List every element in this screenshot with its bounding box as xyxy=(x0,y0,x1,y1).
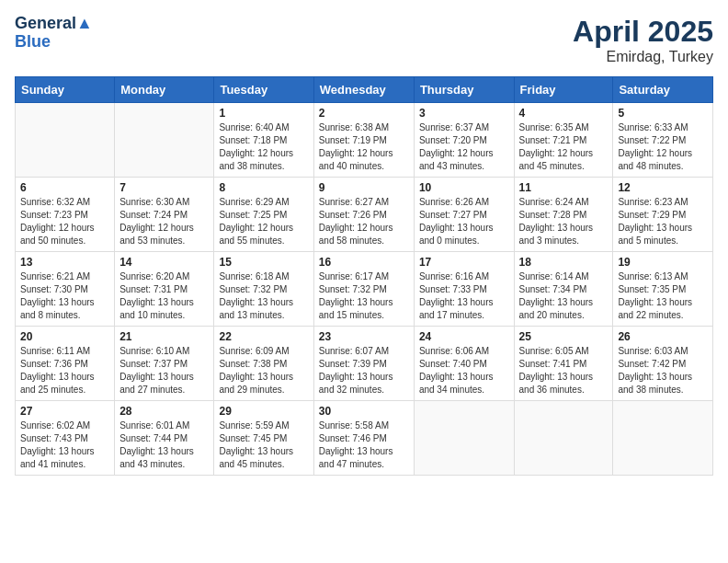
day-info: Sunrise: 6:06 AM Sunset: 7:40 PM Dayligh… xyxy=(419,345,509,396)
day-info: Sunrise: 6:05 AM Sunset: 7:41 PM Dayligh… xyxy=(519,345,609,396)
day-cell: 17Sunrise: 6:16 AM Sunset: 7:33 PM Dayli… xyxy=(414,252,514,327)
day-info: Sunrise: 6:13 AM Sunset: 7:35 PM Dayligh… xyxy=(618,270,708,322)
weekday-header-friday: Friday xyxy=(514,77,613,103)
day-number: 19 xyxy=(618,256,708,269)
day-number: 22 xyxy=(219,330,308,343)
day-cell: 16Sunrise: 6:17 AM Sunset: 7:32 PM Dayli… xyxy=(313,252,414,327)
day-number: 15 xyxy=(219,256,308,269)
day-info: Sunrise: 5:59 AM Sunset: 7:45 PM Dayligh… xyxy=(219,419,308,471)
day-info: Sunrise: 6:18 AM Sunset: 7:32 PM Dayligh… xyxy=(219,270,308,322)
day-cell: 30Sunrise: 5:58 AM Sunset: 7:46 PM Dayli… xyxy=(313,401,414,476)
weekday-header-wednesday: Wednesday xyxy=(313,77,414,103)
day-cell: 22Sunrise: 6:09 AM Sunset: 7:38 PM Dayli… xyxy=(214,327,313,401)
day-info: Sunrise: 5:58 AM Sunset: 7:46 PM Dayligh… xyxy=(319,419,409,471)
day-cell: 3Sunrise: 6:37 AM Sunset: 7:20 PM Daylig… xyxy=(414,103,514,178)
week-row-5: 27Sunrise: 6:02 AM Sunset: 7:43 PM Dayli… xyxy=(16,401,713,476)
day-cell: 4Sunrise: 6:35 AM Sunset: 7:21 PM Daylig… xyxy=(514,103,613,178)
day-info: Sunrise: 6:02 AM Sunset: 7:43 PM Dayligh… xyxy=(20,419,109,471)
day-number: 10 xyxy=(419,181,509,194)
day-cell: 23Sunrise: 6:07 AM Sunset: 7:39 PM Dayli… xyxy=(313,327,414,401)
day-cell xyxy=(414,401,514,476)
day-cell: 14Sunrise: 6:20 AM Sunset: 7:31 PM Dayli… xyxy=(115,252,214,327)
day-number: 13 xyxy=(20,256,109,269)
day-info: Sunrise: 6:40 AM Sunset: 7:18 PM Dayligh… xyxy=(219,121,308,173)
day-info: Sunrise: 6:35 AM Sunset: 7:21 PM Dayligh… xyxy=(519,121,609,173)
day-cell: 28Sunrise: 6:01 AM Sunset: 7:44 PM Dayli… xyxy=(115,401,214,476)
day-cell: 9Sunrise: 6:27 AM Sunset: 7:26 PM Daylig… xyxy=(313,178,414,252)
day-number: 1 xyxy=(219,107,308,120)
day-info: Sunrise: 6:03 AM Sunset: 7:42 PM Dayligh… xyxy=(618,345,708,396)
day-number: 4 xyxy=(519,107,609,120)
day-cell: 19Sunrise: 6:13 AM Sunset: 7:35 PM Dayli… xyxy=(613,252,713,327)
day-cell: 15Sunrise: 6:18 AM Sunset: 7:32 PM Dayli… xyxy=(214,252,313,327)
day-number: 17 xyxy=(419,256,509,269)
week-row-1: 1Sunrise: 6:40 AM Sunset: 7:18 PM Daylig… xyxy=(16,103,713,178)
day-info: Sunrise: 6:38 AM Sunset: 7:19 PM Dayligh… xyxy=(319,121,409,173)
day-info: Sunrise: 6:37 AM Sunset: 7:20 PM Dayligh… xyxy=(419,121,509,173)
day-info: Sunrise: 6:11 AM Sunset: 7:36 PM Dayligh… xyxy=(20,345,109,396)
day-cell: 6Sunrise: 6:32 AM Sunset: 7:23 PM Daylig… xyxy=(16,178,115,252)
day-info: Sunrise: 6:20 AM Sunset: 7:31 PM Dayligh… xyxy=(119,270,209,322)
day-cell xyxy=(115,103,214,178)
day-info: Sunrise: 6:26 AM Sunset: 7:27 PM Dayligh… xyxy=(419,196,509,247)
day-number: 8 xyxy=(219,181,308,194)
day-info: Sunrise: 6:24 AM Sunset: 7:28 PM Dayligh… xyxy=(519,196,609,247)
day-cell: 20Sunrise: 6:11 AM Sunset: 7:36 PM Dayli… xyxy=(16,327,115,401)
day-cell: 11Sunrise: 6:24 AM Sunset: 7:28 PM Dayli… xyxy=(514,178,613,252)
day-info: Sunrise: 6:14 AM Sunset: 7:34 PM Dayligh… xyxy=(519,270,609,322)
day-number: 29 xyxy=(219,405,308,418)
day-info: Sunrise: 6:33 AM Sunset: 7:22 PM Dayligh… xyxy=(618,121,708,173)
day-number: 9 xyxy=(319,181,409,194)
day-info: Sunrise: 6:32 AM Sunset: 7:23 PM Dayligh… xyxy=(20,196,109,247)
day-number: 3 xyxy=(419,107,509,120)
day-number: 28 xyxy=(119,405,209,418)
day-number: 20 xyxy=(20,330,109,343)
weekday-header-tuesday: Tuesday xyxy=(214,77,313,103)
day-number: 21 xyxy=(119,330,209,343)
day-number: 24 xyxy=(419,330,509,343)
day-cell: 12Sunrise: 6:23 AM Sunset: 7:29 PM Dayli… xyxy=(613,178,713,252)
location: Emirdag, Turkey xyxy=(573,49,713,65)
day-cell xyxy=(16,103,115,178)
title-block: April 2025 Emirdag, Turkey xyxy=(573,15,713,65)
day-number: 30 xyxy=(319,405,409,418)
day-cell: 24Sunrise: 6:06 AM Sunset: 7:40 PM Dayli… xyxy=(414,327,514,401)
day-number: 18 xyxy=(519,256,609,269)
day-cell: 25Sunrise: 6:05 AM Sunset: 7:41 PM Dayli… xyxy=(514,327,613,401)
day-info: Sunrise: 6:10 AM Sunset: 7:37 PM Dayligh… xyxy=(119,345,209,396)
day-cell xyxy=(514,401,613,476)
day-number: 26 xyxy=(618,330,708,343)
weekday-header-saturday: Saturday xyxy=(613,77,713,103)
week-row-2: 6Sunrise: 6:32 AM Sunset: 7:23 PM Daylig… xyxy=(16,178,713,252)
day-info: Sunrise: 6:23 AM Sunset: 7:29 PM Dayligh… xyxy=(618,196,708,247)
weekday-header-thursday: Thursday xyxy=(414,77,514,103)
page-header: General▲ Blue April 2025 Emirdag, Turkey xyxy=(15,15,713,65)
weekday-header-row: SundayMondayTuesdayWednesdayThursdayFrid… xyxy=(16,77,713,103)
day-number: 11 xyxy=(519,181,609,194)
day-number: 2 xyxy=(319,107,409,120)
day-info: Sunrise: 6:07 AM Sunset: 7:39 PM Dayligh… xyxy=(319,345,409,396)
weekday-header-monday: Monday xyxy=(115,77,214,103)
day-number: 7 xyxy=(119,181,209,194)
day-number: 12 xyxy=(618,181,708,194)
week-row-3: 13Sunrise: 6:21 AM Sunset: 7:30 PM Dayli… xyxy=(16,252,713,327)
day-info: Sunrise: 6:17 AM Sunset: 7:32 PM Dayligh… xyxy=(319,270,409,322)
logo: General▲ Blue xyxy=(15,15,93,52)
day-cell xyxy=(613,401,713,476)
week-row-4: 20Sunrise: 6:11 AM Sunset: 7:36 PM Dayli… xyxy=(16,327,713,401)
day-cell: 10Sunrise: 6:26 AM Sunset: 7:27 PM Dayli… xyxy=(414,178,514,252)
day-cell: 18Sunrise: 6:14 AM Sunset: 7:34 PM Dayli… xyxy=(514,252,613,327)
day-cell: 8Sunrise: 6:29 AM Sunset: 7:25 PM Daylig… xyxy=(214,178,313,252)
day-info: Sunrise: 6:01 AM Sunset: 7:44 PM Dayligh… xyxy=(119,419,209,471)
day-number: 6 xyxy=(20,181,109,194)
day-cell: 29Sunrise: 5:59 AM Sunset: 7:45 PM Dayli… xyxy=(214,401,313,476)
day-number: 16 xyxy=(319,256,409,269)
logo-text: General▲ Blue xyxy=(15,15,93,52)
day-info: Sunrise: 6:21 AM Sunset: 7:30 PM Dayligh… xyxy=(20,270,109,322)
day-info: Sunrise: 6:27 AM Sunset: 7:26 PM Dayligh… xyxy=(319,196,409,247)
day-info: Sunrise: 6:30 AM Sunset: 7:24 PM Dayligh… xyxy=(119,196,209,247)
calendar-table: SundayMondayTuesdayWednesdayThursdayFrid… xyxy=(15,76,713,476)
day-number: 27 xyxy=(20,405,109,418)
day-number: 23 xyxy=(319,330,409,343)
day-info: Sunrise: 6:29 AM Sunset: 7:25 PM Dayligh… xyxy=(219,196,308,247)
